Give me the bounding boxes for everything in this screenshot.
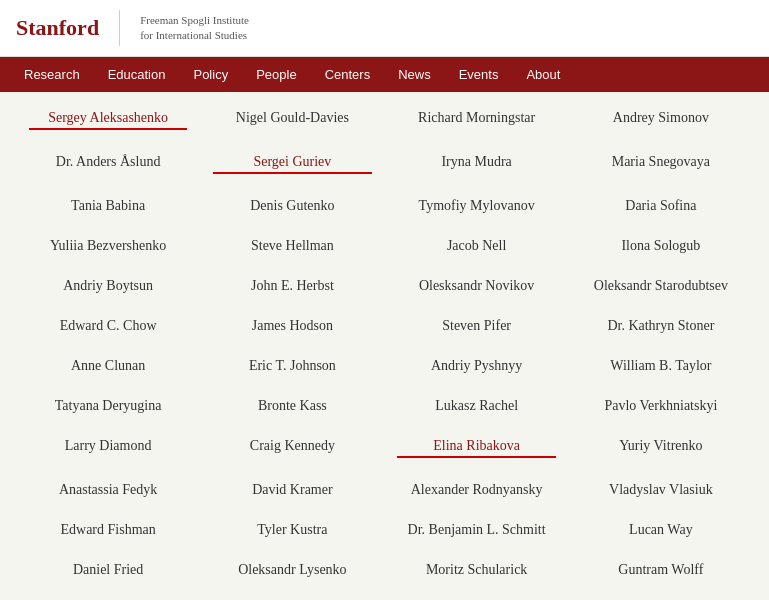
person-name[interactable]: Daria Sofina <box>569 190 753 222</box>
person-name[interactable]: Dr. Kathryn Stoner <box>569 310 753 342</box>
person-name[interactable]: William B. Taylor <box>569 350 753 382</box>
nav-policy[interactable]: Policy <box>179 57 242 92</box>
people-list-content: Sergey AleksashenkoNigel Gould-DaviesRic… <box>0 92 769 600</box>
person-name[interactable]: Craig Kennedy <box>200 430 384 466</box>
person-name[interactable]: Denys Yatsyshyn <box>569 594 753 600</box>
person-name[interactable]: Larry Diamond <box>16 430 200 466</box>
nav-research[interactable]: Research <box>10 57 94 92</box>
person-name[interactable]: Moritz Schularick <box>385 554 569 586</box>
person-name[interactable]: David Kramer <box>200 474 384 506</box>
person-name[interactable]: Dr. Anders Åslund <box>16 146 200 182</box>
person-name[interactable]: Michael McFaul <box>200 594 384 600</box>
stanford-logo[interactable]: Stanford <box>16 15 99 41</box>
person-name[interactable]: Denis Gutenko <box>200 190 384 222</box>
person-name[interactable]: Tatyana Deryugina <box>16 390 200 422</box>
nav-events[interactable]: Events <box>445 57 513 92</box>
person-name[interactable]: Andrey Simonov <box>569 102 753 138</box>
person-name[interactable]: Sergey Aleksashenko <box>16 102 200 138</box>
person-name[interactable]: Oleksandr Lysenko <box>200 554 384 586</box>
main-nav: Research Education Policy People Centers… <box>0 57 769 92</box>
person-name[interactable]: Steve Hellman <box>200 230 384 262</box>
nav-people[interactable]: People <box>242 57 310 92</box>
people-grid: Sergey AleksashenkoNigel Gould-DaviesRic… <box>16 102 753 600</box>
person-name[interactable]: Iryna Mudra <box>385 146 569 182</box>
person-name[interactable]: Tymofiy Mylovanov <box>385 190 569 222</box>
institute-name: Freeman Spogli Institute for Internation… <box>140 13 249 44</box>
person-name[interactable]: Vladyslav Vlasiuk <box>569 474 753 506</box>
person-name[interactable]: Dr. Benjamin L. Schmitt <box>385 514 569 546</box>
person-name[interactable]: Maria Snegovaya <box>569 146 753 182</box>
person-name[interactable]: Steven Pifer <box>385 310 569 342</box>
site-header: Stanford Freeman Spogli Institute for In… <box>0 0 769 57</box>
person-name[interactable]: Eric T. Johnson <box>200 350 384 382</box>
person-name[interactable]: Guntram Wolff <box>569 554 753 586</box>
person-name[interactable]: Andriy Pyshnyy <box>385 350 569 382</box>
person-name[interactable]: Richard Morningstar <box>385 102 569 138</box>
nav-about[interactable]: About <box>512 57 574 92</box>
person-name[interactable]: Bronte Kass <box>200 390 384 422</box>
person-name[interactable]: Yuliia Bezvershenko <box>16 230 200 262</box>
person-name[interactable]: John E. Herbst <box>200 270 384 302</box>
person-name[interactable]: Tyler Kustra <box>200 514 384 546</box>
person-name[interactable]: Edward Fishman <box>16 514 200 546</box>
nav-news[interactable]: News <box>384 57 445 92</box>
person-name[interactable]: Stephen Sestanovich <box>385 594 569 600</box>
person-name[interactable]: James Hodson <box>200 310 384 342</box>
person-name[interactable]: Nigel Gould-Davies <box>200 102 384 138</box>
person-name[interactable]: Edward C. Chow <box>16 310 200 342</box>
person-name[interactable]: Ilona Sologub <box>569 230 753 262</box>
person-name[interactable]: Anastassia Fedyk <box>16 474 200 506</box>
person-name[interactable]: Lucan Way <box>569 514 753 546</box>
person-name[interactable]: Alexander Rodnyansky <box>385 474 569 506</box>
person-name[interactable]: Francis Fukuyama <box>16 594 200 600</box>
person-name[interactable]: Andriy Boytsun <box>16 270 200 302</box>
person-name[interactable]: Anne Clunan <box>16 350 200 382</box>
person-name[interactable]: Daniel Fried <box>16 554 200 586</box>
logo-divider <box>119 10 120 46</box>
person-name[interactable]: Olesksandr Novikov <box>385 270 569 302</box>
person-name[interactable]: Tania Babina <box>16 190 200 222</box>
person-name[interactable]: Sergei Guriev <box>200 146 384 182</box>
nav-education[interactable]: Education <box>94 57 180 92</box>
person-name[interactable]: Yuriy Vitrenko <box>569 430 753 466</box>
logo-container: Stanford Freeman Spogli Institute for In… <box>16 10 249 46</box>
person-name[interactable]: Pavlo Verkhniatskyi <box>569 390 753 422</box>
person-name[interactable]: Jacob Nell <box>385 230 569 262</box>
person-name[interactable]: Elina Ribakova <box>385 430 569 466</box>
person-name[interactable]: Lukasz Rachel <box>385 390 569 422</box>
person-name[interactable]: Oleksandr Starodubtsev <box>569 270 753 302</box>
nav-centers[interactable]: Centers <box>311 57 385 92</box>
